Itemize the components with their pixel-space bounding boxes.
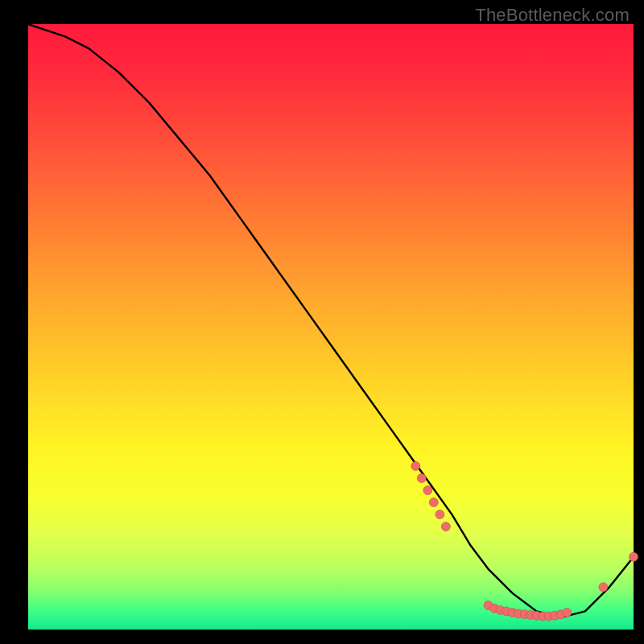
curve-marker [599,583,608,592]
curve-marker [563,608,572,617]
bottleneck-curve [28,24,634,617]
chart-stage: TheBottleneck.com [0,0,644,644]
curve-marker [417,474,426,483]
curve-marker [429,498,438,507]
chart-svg [28,24,634,630]
plot-area [28,24,634,630]
curve-marker [441,522,450,531]
watermark-label: TheBottleneck.com [475,5,630,26]
curve-markers [411,461,638,621]
curve-marker [411,461,420,470]
curve-marker [436,510,444,519]
curve-marker [630,552,638,561]
curve-marker [423,486,432,495]
